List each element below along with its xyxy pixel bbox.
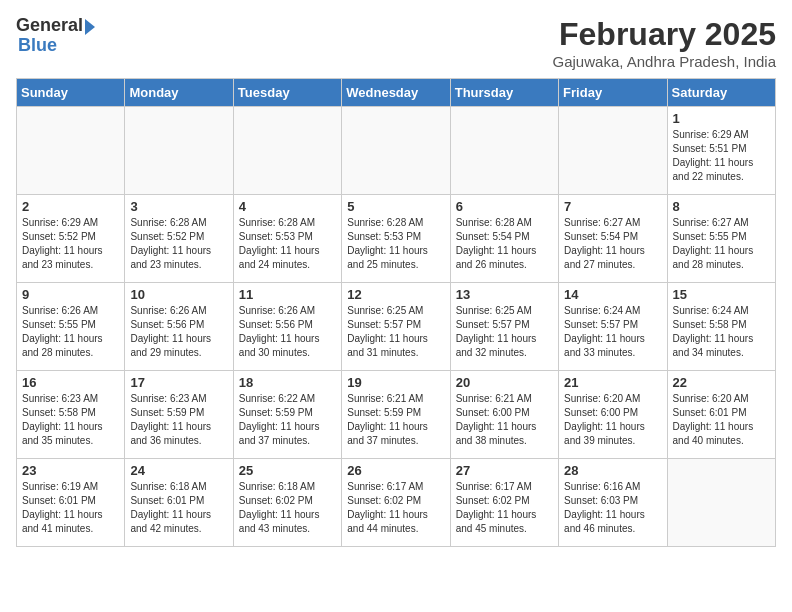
weekday-header-wednesday: Wednesday: [342, 79, 450, 107]
day-number: 4: [239, 199, 336, 214]
calendar-cell: 12Sunrise: 6:25 AM Sunset: 5:57 PM Dayli…: [342, 283, 450, 371]
calendar-cell: [342, 107, 450, 195]
day-number: 11: [239, 287, 336, 302]
day-number: 16: [22, 375, 119, 390]
day-info: Sunrise: 6:28 AM Sunset: 5:54 PM Dayligh…: [456, 216, 553, 272]
week-row-3: 16Sunrise: 6:23 AM Sunset: 5:58 PM Dayli…: [17, 371, 776, 459]
day-info: Sunrise: 6:26 AM Sunset: 5:55 PM Dayligh…: [22, 304, 119, 360]
day-info: Sunrise: 6:20 AM Sunset: 6:00 PM Dayligh…: [564, 392, 661, 448]
day-info: Sunrise: 6:25 AM Sunset: 5:57 PM Dayligh…: [456, 304, 553, 360]
day-number: 17: [130, 375, 227, 390]
day-number: 26: [347, 463, 444, 478]
day-info: Sunrise: 6:21 AM Sunset: 5:59 PM Dayligh…: [347, 392, 444, 448]
calendar-cell: 20Sunrise: 6:21 AM Sunset: 6:00 PM Dayli…: [450, 371, 558, 459]
day-number: 18: [239, 375, 336, 390]
day-number: 25: [239, 463, 336, 478]
day-info: Sunrise: 6:24 AM Sunset: 5:58 PM Dayligh…: [673, 304, 770, 360]
day-info: Sunrise: 6:22 AM Sunset: 5:59 PM Dayligh…: [239, 392, 336, 448]
day-info: Sunrise: 6:20 AM Sunset: 6:01 PM Dayligh…: [673, 392, 770, 448]
day-number: 3: [130, 199, 227, 214]
week-row-1: 2Sunrise: 6:29 AM Sunset: 5:52 PM Daylig…: [17, 195, 776, 283]
day-number: 20: [456, 375, 553, 390]
day-number: 6: [456, 199, 553, 214]
day-info: Sunrise: 6:19 AM Sunset: 6:01 PM Dayligh…: [22, 480, 119, 536]
day-info: Sunrise: 6:28 AM Sunset: 5:52 PM Dayligh…: [130, 216, 227, 272]
page-header: General Blue February 2025 Gajuwaka, And…: [16, 16, 776, 70]
logo-blue-text: Blue: [18, 35, 57, 55]
calendar-cell: 21Sunrise: 6:20 AM Sunset: 6:00 PM Dayli…: [559, 371, 667, 459]
weekday-header-tuesday: Tuesday: [233, 79, 341, 107]
day-number: 10: [130, 287, 227, 302]
day-info: Sunrise: 6:18 AM Sunset: 6:01 PM Dayligh…: [130, 480, 227, 536]
logo-arrow-icon: [85, 19, 95, 35]
day-info: Sunrise: 6:26 AM Sunset: 5:56 PM Dayligh…: [130, 304, 227, 360]
title-block: February 2025 Gajuwaka, Andhra Pradesh, …: [553, 16, 776, 70]
calendar-cell: 28Sunrise: 6:16 AM Sunset: 6:03 PM Dayli…: [559, 459, 667, 547]
day-number: 24: [130, 463, 227, 478]
calendar-cell: 4Sunrise: 6:28 AM Sunset: 5:53 PM Daylig…: [233, 195, 341, 283]
calendar-cell: 22Sunrise: 6:20 AM Sunset: 6:01 PM Dayli…: [667, 371, 775, 459]
day-info: Sunrise: 6:17 AM Sunset: 6:02 PM Dayligh…: [347, 480, 444, 536]
day-number: 15: [673, 287, 770, 302]
calendar-cell: [125, 107, 233, 195]
day-info: Sunrise: 6:23 AM Sunset: 5:58 PM Dayligh…: [22, 392, 119, 448]
day-info: Sunrise: 6:17 AM Sunset: 6:02 PM Dayligh…: [456, 480, 553, 536]
calendar-cell: 3Sunrise: 6:28 AM Sunset: 5:52 PM Daylig…: [125, 195, 233, 283]
weekday-header-saturday: Saturday: [667, 79, 775, 107]
day-info: Sunrise: 6:29 AM Sunset: 5:52 PM Dayligh…: [22, 216, 119, 272]
day-info: Sunrise: 6:24 AM Sunset: 5:57 PM Dayligh…: [564, 304, 661, 360]
calendar-table: SundayMondayTuesdayWednesdayThursdayFrid…: [16, 78, 776, 547]
day-info: Sunrise: 6:28 AM Sunset: 5:53 PM Dayligh…: [347, 216, 444, 272]
logo: General Blue: [16, 16, 95, 56]
calendar-cell: 17Sunrise: 6:23 AM Sunset: 5:59 PM Dayli…: [125, 371, 233, 459]
day-number: 2: [22, 199, 119, 214]
day-info: Sunrise: 6:28 AM Sunset: 5:53 PM Dayligh…: [239, 216, 336, 272]
day-info: Sunrise: 6:21 AM Sunset: 6:00 PM Dayligh…: [456, 392, 553, 448]
day-number: 22: [673, 375, 770, 390]
calendar-cell: 24Sunrise: 6:18 AM Sunset: 6:01 PM Dayli…: [125, 459, 233, 547]
day-info: Sunrise: 6:25 AM Sunset: 5:57 PM Dayligh…: [347, 304, 444, 360]
day-info: Sunrise: 6:23 AM Sunset: 5:59 PM Dayligh…: [130, 392, 227, 448]
day-number: 12: [347, 287, 444, 302]
calendar-cell: 14Sunrise: 6:24 AM Sunset: 5:57 PM Dayli…: [559, 283, 667, 371]
day-info: Sunrise: 6:29 AM Sunset: 5:51 PM Dayligh…: [673, 128, 770, 184]
day-number: 8: [673, 199, 770, 214]
day-info: Sunrise: 6:16 AM Sunset: 6:03 PM Dayligh…: [564, 480, 661, 536]
calendar-cell: [559, 107, 667, 195]
calendar-cell: 11Sunrise: 6:26 AM Sunset: 5:56 PM Dayli…: [233, 283, 341, 371]
day-number: 13: [456, 287, 553, 302]
calendar-cell: 26Sunrise: 6:17 AM Sunset: 6:02 PM Dayli…: [342, 459, 450, 547]
location-text: Gajuwaka, Andhra Pradesh, India: [553, 53, 776, 70]
day-number: 21: [564, 375, 661, 390]
day-info: Sunrise: 6:18 AM Sunset: 6:02 PM Dayligh…: [239, 480, 336, 536]
calendar-cell: 2Sunrise: 6:29 AM Sunset: 5:52 PM Daylig…: [17, 195, 125, 283]
calendar-cell: [233, 107, 341, 195]
day-number: 27: [456, 463, 553, 478]
calendar-cell: 15Sunrise: 6:24 AM Sunset: 5:58 PM Dayli…: [667, 283, 775, 371]
calendar-cell: 1Sunrise: 6:29 AM Sunset: 5:51 PM Daylig…: [667, 107, 775, 195]
month-title: February 2025: [553, 16, 776, 53]
calendar-cell: 9Sunrise: 6:26 AM Sunset: 5:55 PM Daylig…: [17, 283, 125, 371]
day-number: 23: [22, 463, 119, 478]
day-number: 7: [564, 199, 661, 214]
weekday-header-monday: Monday: [125, 79, 233, 107]
day-number: 9: [22, 287, 119, 302]
logo-general-text: General: [16, 16, 83, 36]
day-number: 28: [564, 463, 661, 478]
day-info: Sunrise: 6:27 AM Sunset: 5:54 PM Dayligh…: [564, 216, 661, 272]
calendar-cell: 16Sunrise: 6:23 AM Sunset: 5:58 PM Dayli…: [17, 371, 125, 459]
calendar-cell: 18Sunrise: 6:22 AM Sunset: 5:59 PM Dayli…: [233, 371, 341, 459]
calendar-cell: 19Sunrise: 6:21 AM Sunset: 5:59 PM Dayli…: [342, 371, 450, 459]
day-number: 19: [347, 375, 444, 390]
weekday-header-sunday: Sunday: [17, 79, 125, 107]
calendar-cell: 6Sunrise: 6:28 AM Sunset: 5:54 PM Daylig…: [450, 195, 558, 283]
calendar-cell: 13Sunrise: 6:25 AM Sunset: 5:57 PM Dayli…: [450, 283, 558, 371]
day-info: Sunrise: 6:27 AM Sunset: 5:55 PM Dayligh…: [673, 216, 770, 272]
calendar-cell: [450, 107, 558, 195]
day-number: 5: [347, 199, 444, 214]
calendar-cell: [17, 107, 125, 195]
weekday-header-thursday: Thursday: [450, 79, 558, 107]
calendar-cell: 25Sunrise: 6:18 AM Sunset: 6:02 PM Dayli…: [233, 459, 341, 547]
week-row-4: 23Sunrise: 6:19 AM Sunset: 6:01 PM Dayli…: [17, 459, 776, 547]
calendar-cell: 7Sunrise: 6:27 AM Sunset: 5:54 PM Daylig…: [559, 195, 667, 283]
